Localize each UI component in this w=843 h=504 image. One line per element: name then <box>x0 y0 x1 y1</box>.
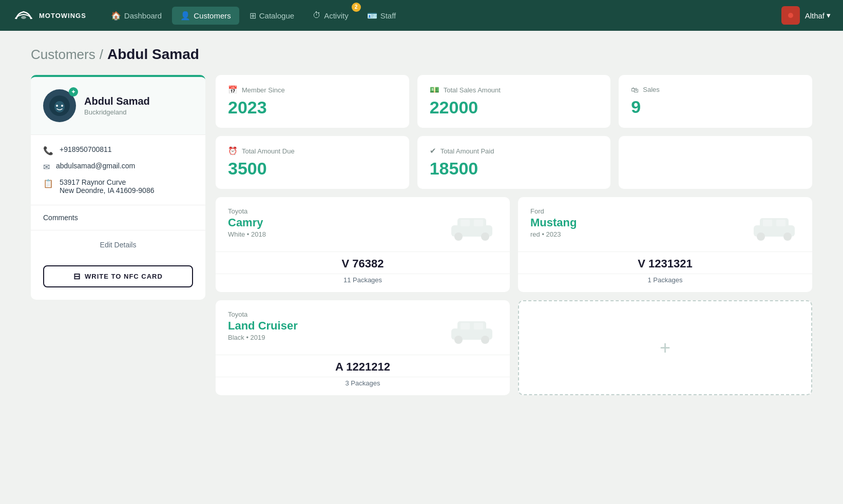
vehicles-row-1: Toyota Camry White • 2018 <box>216 197 812 292</box>
amount-due-value: 3500 <box>228 159 397 179</box>
logo-text: MOTOWINGS <box>39 12 86 20</box>
vehicle-model-2: Mustang <box>530 216 577 229</box>
amount-paid-label: Total Amount Paid <box>440 147 494 155</box>
vehicle-info: Toyota Camry White • 2018 <box>228 207 266 238</box>
phone-value: +918950700811 <box>60 145 112 153</box>
clock-icon: ⏰ <box>228 146 238 156</box>
sales-label: Sales <box>643 86 660 93</box>
svg-rect-9 <box>461 220 470 226</box>
address-row: 📋 53917 Raynor Curve New Deondre, IA 416… <box>43 178 193 195</box>
money-icon: 💵 <box>430 85 439 94</box>
edit-details-button[interactable]: Edit Details <box>43 239 193 251</box>
breadcrumb-separator: / <box>100 47 103 63</box>
vehicle-packages-3: 3 Packages <box>216 377 510 395</box>
vehicle-info-3: Toyota Land Cruiser Black • 2019 <box>228 311 298 341</box>
amount-paid-card: ✔ Total Amount Paid 18500 <box>417 136 611 189</box>
amount-due-label: Total Amount Due <box>242 147 295 155</box>
sales-card: 🛍 Sales 9 <box>619 75 812 128</box>
vehicle-image-2 <box>749 207 800 243</box>
vehicle-desc-3: Black • 2019 <box>228 334 298 341</box>
vehicle-packages: 11 Packages <box>216 274 510 292</box>
vehicle-card-camry: Toyota Camry White • 2018 <box>216 197 510 292</box>
nav-dashboard-label: Dashboard <box>124 11 162 20</box>
sales-icon: 🛍 <box>631 85 639 94</box>
svg-point-3 <box>56 105 58 107</box>
amount-due-card: ⏰ Total Amount Due 3500 <box>216 136 409 189</box>
member-since-value: 2023 <box>228 98 397 118</box>
nav-catalogue-label: Catalogue <box>259 11 294 20</box>
avatar-face-svg <box>48 94 71 117</box>
amounts-row: ⏰ Total Amount Due 3500 ✔ Total Amount P… <box>216 136 812 189</box>
avatar-dot <box>788 13 793 18</box>
sales-label-row: 🛍 Sales <box>631 85 800 94</box>
phone-row: 📞 +918950700811 <box>43 145 193 156</box>
add-vehicle-card[interactable]: + <box>518 300 812 395</box>
profile-name: Abdul Samad <box>84 95 150 107</box>
vehicle-card-top-3: Toyota Land Cruiser Black • 2019 <box>216 300 510 355</box>
vehicle-card-top: Toyota Camry White • 2018 <box>216 197 510 251</box>
svg-point-20 <box>481 336 489 344</box>
car-svg-3 <box>446 313 497 344</box>
vehicle-model-3: Land Cruiser <box>228 319 298 333</box>
car-svg <box>446 210 497 241</box>
amount-paid-value: 18500 <box>430 159 599 179</box>
nav-dashboard[interactable]: 🏠 Dashboard <box>103 7 170 25</box>
vehicle-image <box>446 207 497 243</box>
vehicle-plate-2: V 1231321 <box>518 251 812 274</box>
nav-activity-label: Activity <box>324 11 349 20</box>
right-panel: 📅 Member Since 2023 💵 Total Sales Amount… <box>216 75 812 395</box>
nav-staff[interactable]: 🪪 Staff <box>359 7 405 25</box>
content-grid: ✦ Abdul Samad Buckridgeland 📞 +918950700… <box>31 75 812 395</box>
email-row: ✉ abdulsamad@gmail.com <box>43 162 193 172</box>
comments-label: Comments <box>43 214 78 222</box>
breadcrumb-customers-link[interactable]: Customers <box>31 47 95 63</box>
vehicle-model: Camry <box>228 216 266 229</box>
total-sales-card: 💵 Total Sales Amount 22000 <box>417 75 611 128</box>
vehicle-card-landcruiser: Toyota Land Cruiser Black • 2019 <box>216 300 510 395</box>
vehicle-desc-2: red • 2023 <box>530 230 577 238</box>
address-line2: New Deondre, IA 41609-9086 <box>60 186 154 195</box>
nav-activity[interactable]: ⏱ Activity 2 <box>304 7 357 25</box>
svg-point-4 <box>61 105 63 107</box>
svg-point-8 <box>481 232 489 241</box>
vehicles-row-2: Toyota Land Cruiser Black • 2019 <box>216 300 812 395</box>
vehicle-packages-2: 1 Packages <box>518 274 812 292</box>
address-value: 53917 Raynor Curve New Deondre, IA 41609… <box>60 178 154 195</box>
nav-catalogue[interactable]: ⊞ Catalogue <box>241 7 302 25</box>
svg-point-2 <box>54 101 65 112</box>
avatar: ✦ <box>43 89 76 122</box>
checkmark-icon: ✔ <box>430 146 436 156</box>
svg-rect-22 <box>474 323 483 329</box>
phone-icon: 📞 <box>43 146 53 156</box>
address-icon: 📋 <box>43 179 53 188</box>
amount-paid-label-row: ✔ Total Amount Paid <box>430 146 599 156</box>
total-sales-label: Total Sales Amount <box>444 86 501 94</box>
add-vehicle-icon: + <box>660 339 670 357</box>
breadcrumb-current: Abdul Samad <box>107 46 199 63</box>
breadcrumb: Customers / Abdul Samad <box>31 46 812 63</box>
svg-point-14 <box>783 232 792 241</box>
nav-right: Althaf ▾ <box>781 6 831 25</box>
member-since-card: 📅 Member Since 2023 <box>216 75 409 128</box>
svg-point-0 <box>21 16 26 19</box>
nav-customers[interactable]: 👤 Customers <box>172 7 239 25</box>
address-line1: 53917 Raynor Curve <box>60 178 154 186</box>
main-content: Customers / Abdul Samad <box>0 31 843 411</box>
left-panel: ✦ Abdul Samad Buckridgeland 📞 +918950700… <box>31 75 205 300</box>
sales-value: 9 <box>631 97 800 117</box>
logo[interactable]: MOTOWINGS <box>12 4 86 27</box>
vehicle-make-2: Ford <box>530 207 577 215</box>
vehicle-make: Toyota <box>228 207 266 215</box>
write-nfc-button[interactable]: ⊟ WRITE TO NFC CARD <box>43 265 193 287</box>
stats-row: 📅 Member Since 2023 💵 Total Sales Amount… <box>216 75 812 128</box>
chevron-down-icon: ▾ <box>827 11 831 20</box>
total-sales-label-row: 💵 Total Sales Amount <box>430 85 599 94</box>
svg-point-7 <box>454 232 463 241</box>
user-menu[interactable]: Althaf ▾ <box>805 11 831 20</box>
nav-links: 🏠 Dashboard 👤 Customers ⊞ Catalogue ⏱ Ac… <box>103 7 777 25</box>
svg-rect-21 <box>461 323 470 329</box>
vehicle-make-3: Toyota <box>228 311 298 318</box>
comments-section: Comments <box>31 205 205 230</box>
vehicle-info-2: Ford Mustang red • 2023 <box>530 207 577 238</box>
svg-point-19 <box>454 336 463 344</box>
